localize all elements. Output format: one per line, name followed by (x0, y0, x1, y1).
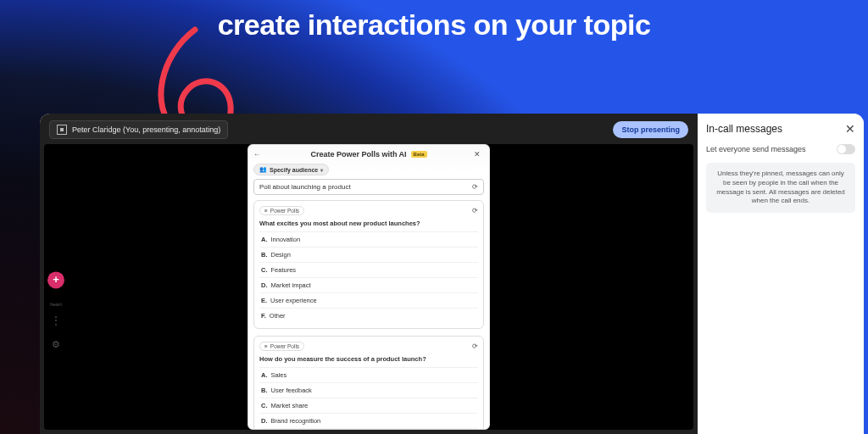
option-letter: A. (261, 236, 268, 243)
poll-option[interactable]: C.Features (259, 262, 478, 277)
in-call-messages-panel: In-call messages ✕ Let everyone send mes… (698, 114, 864, 434)
stop-presenting-button[interactable]: Stop presenting (613, 121, 688, 138)
option-letter: A. (261, 371, 268, 379)
option-letter: C. (261, 266, 268, 274)
chat-panel-title: In-call messages (706, 123, 782, 135)
poll-type-tag[interactable]: ≡ Power Polls (259, 342, 304, 351)
everyone-send-toggle[interactable] (837, 144, 855, 154)
create-polls-modal: ← Create Power Polls with AI Beta ✕ 👥 Sp… (248, 144, 490, 430)
chat-info-note: Unless they're pinned, messages can only… (706, 163, 855, 213)
gear-icon[interactable]: ⚙ (52, 339, 60, 350)
regenerate-icon[interactable]: ⟳ (472, 183, 478, 191)
modal-body: 👥 Specify audience ▾ Poll about launchin… (248, 164, 489, 429)
poll-question: What excites you most about new product … (259, 220, 478, 227)
marketing-headline: create interactions on your topic (0, 8, 868, 42)
ai-prompt-input[interactable]: Poll about launching a product ⟳ (253, 179, 484, 195)
ai-prompt-value: Poll about launching a product (259, 183, 351, 191)
close-button[interactable]: ✕ (474, 150, 484, 160)
option-letter: F. (261, 312, 266, 320)
video-conference-window: Peter Claridge (You, presenting, annotat… (40, 114, 864, 434)
poll-option[interactable]: F.Other (259, 308, 478, 323)
poll-option[interactable]: C.Market share (259, 398, 478, 413)
poll-option[interactable]: A.Sales (259, 367, 478, 382)
presentation-top-bar: Peter Claridge (You, presenting, annotat… (44, 118, 693, 144)
poll-option[interactable]: B.User feedback (259, 382, 478, 398)
option-letter: C. (261, 402, 268, 409)
poll-card: ≡ Power Polls⟳How do you measure the suc… (253, 336, 484, 429)
specify-audience-label: Specify audience (270, 167, 318, 173)
chat-panel-close-button[interactable]: ✕ (845, 122, 855, 136)
chevron-down-icon: ▾ (320, 167, 323, 173)
modal-header: ← Create Power Polls with AI Beta ✕ (248, 145, 489, 164)
option-letter: D. (261, 417, 268, 425)
poll-option[interactable]: E.Customer retention (259, 428, 478, 429)
beta-badge: Beta (411, 151, 427, 158)
option-letter: E. (261, 297, 267, 304)
poll-option[interactable]: A.Innovation (259, 231, 478, 247)
option-letter: D. (261, 281, 268, 289)
option-letter: B. (261, 387, 268, 394)
shared-screen-area: + heart ⋮ ⚙ ← Create Power Polls with AI… (44, 144, 693, 430)
add-interaction-fab[interactable]: + (47, 271, 64, 288)
presentation-stage: Peter Claridge (You, presenting, annotat… (40, 114, 698, 434)
audience-icon: 👥 (259, 166, 267, 173)
more-icon[interactable]: ⋮ (51, 315, 61, 326)
option-letter: B. (261, 251, 268, 259)
rail-label: heart (50, 302, 62, 307)
poll-question: How do you measure the success of a prod… (259, 355, 478, 363)
poll-option[interactable]: E.User experience (259, 292, 478, 308)
poll-card: ≡ Power Polls⟳What excites you most abou… (253, 200, 484, 329)
app-left-rail: + heart ⋮ ⚙ (44, 271, 64, 350)
regenerate-poll-icon[interactable]: ⟳ (472, 342, 478, 350)
poll-tag-icon: ≡ (264, 208, 268, 214)
specify-audience-button[interactable]: 👥 Specify audience ▾ (253, 164, 329, 175)
regenerate-poll-icon[interactable]: ⟳ (472, 207, 478, 214)
poll-option[interactable]: D.Market impact (259, 277, 478, 292)
back-button[interactable]: ← (253, 150, 264, 160)
presentation-icon (57, 125, 67, 135)
modal-title: Create Power Polls with AI (310, 150, 406, 159)
everyone-send-toggle-label: Let everyone send messages (706, 145, 806, 153)
poll-option[interactable]: B.Design (259, 247, 478, 262)
poll-option[interactable]: D.Brand recognition (259, 413, 478, 428)
presenter-indicator[interactable]: Peter Claridge (You, presenting, annotat… (49, 120, 228, 139)
poll-tag-icon: ≡ (264, 343, 268, 349)
presenter-name-label: Peter Claridge (You, presenting, annotat… (72, 125, 220, 134)
poll-type-tag[interactable]: ≡ Power Polls (259, 206, 304, 215)
